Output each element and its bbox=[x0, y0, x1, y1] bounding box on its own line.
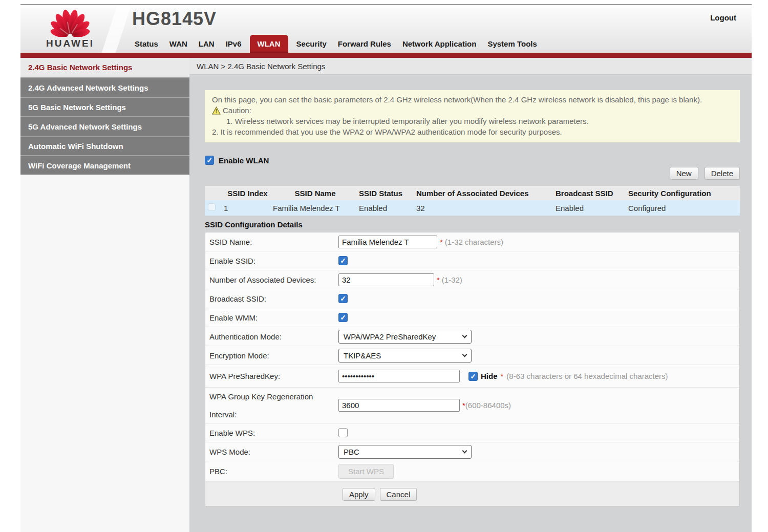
tab-ipv6[interactable]: IPv6 bbox=[220, 36, 247, 53]
wpa-psk-label: WPA PreSharedKey: bbox=[205, 372, 338, 380]
cell-ssid-name: Familia Melendez T bbox=[271, 204, 357, 212]
svg-text:!: ! bbox=[216, 109, 217, 114]
tab-wan[interactable]: WAN bbox=[164, 36, 193, 53]
cell-ssid-index: 1 bbox=[222, 204, 271, 212]
group-key-label-line1: WPA Group Key Regeneration bbox=[209, 392, 338, 401]
new-button[interactable]: New bbox=[670, 167, 698, 180]
tab-forward-rules[interactable]: Forward Rules bbox=[332, 36, 397, 53]
sidebar-item-auto-wifi-shutdown[interactable]: Automatic WiFi Shutdown bbox=[20, 136, 189, 155]
tab-lan[interactable]: LAN bbox=[193, 36, 220, 53]
cell-ssid-status: Enabled bbox=[357, 204, 415, 212]
required-star: * bbox=[437, 275, 440, 284]
wps-mode-value: PBC bbox=[344, 448, 359, 456]
broadcast-ssid-label: Broadcast SSID: bbox=[205, 294, 338, 303]
assoc-devices-label: Number of Associated Devices: bbox=[205, 275, 338, 284]
apply-button[interactable]: Apply bbox=[343, 488, 375, 501]
content-area: WLAN > 2.4G Basic Network Settings On th… bbox=[189, 58, 752, 532]
pbc-label: PBC: bbox=[205, 467, 338, 476]
router-admin-page: HUAWEI HG8145V Logout Status WAN LAN IPv… bbox=[20, 4, 752, 532]
table-row: 1 Familia Melendez T Enabled 32 Enabled … bbox=[205, 200, 740, 216]
section-title: SSID Configuration Details bbox=[205, 220, 740, 229]
auth-mode-label: Authentication Mode: bbox=[205, 332, 338, 341]
sidebar-item-wifi-coverage[interactable]: WiFi Coverage Management bbox=[20, 155, 189, 175]
required-star: * bbox=[501, 372, 504, 380]
tab-system-tools[interactable]: System Tools bbox=[482, 36, 542, 53]
cell-broadcast-ssid: Enabled bbox=[554, 204, 627, 212]
col-ssid-index: SSID Index bbox=[222, 189, 271, 198]
hide-psk-checkbox[interactable] bbox=[468, 372, 478, 381]
caution-icon: ! bbox=[212, 107, 221, 115]
sidebar: 2.4G Basic Network Settings 2.4G Advance… bbox=[20, 58, 189, 532]
sidebar-item-24g-basic[interactable]: 2.4G Basic Network Settings bbox=[20, 58, 189, 77]
col-ssid-name: SSID Name bbox=[271, 189, 357, 198]
start-wps-button[interactable]: Start WPS bbox=[338, 464, 394, 479]
col-associated-devices: Number of Associated Devices bbox=[415, 189, 554, 198]
broadcast-ssid-checkbox[interactable] bbox=[338, 294, 348, 303]
group-key-hint: (600-86400s) bbox=[465, 401, 511, 410]
ssid-table: SSID Index SSID Name SSID Status Number … bbox=[205, 186, 740, 216]
hide-psk-label: Hide bbox=[481, 372, 498, 380]
col-broadcast-ssid: Broadcast SSID bbox=[554, 189, 627, 198]
enable-wlan-label: Enable WLAN bbox=[219, 156, 269, 165]
auth-mode-value: WPA/WPA2 PreSharedKey bbox=[344, 332, 436, 341]
col-security-configuration: Security Configuration bbox=[627, 189, 740, 198]
chevron-down-icon bbox=[462, 352, 467, 357]
ssid-name-input[interactable] bbox=[338, 236, 437, 248]
chevron-down-icon bbox=[462, 449, 467, 454]
col-ssid-status: SSID Status bbox=[357, 189, 415, 198]
notice-description: On this page, you can set the basic para… bbox=[212, 94, 733, 105]
tab-wlan[interactable]: WLAN bbox=[250, 35, 288, 53]
sidebar-item-24g-advanced[interactable]: 2.4G Advanced Network Settings bbox=[20, 77, 189, 97]
huawei-wordmark: HUAWEI bbox=[37, 38, 103, 49]
wps-mode-select[interactable]: PBC bbox=[338, 445, 472, 459]
caution-label: Caution: bbox=[223, 105, 251, 116]
group-key-interval-input[interactable] bbox=[338, 399, 460, 412]
wpa-psk-input[interactable] bbox=[338, 370, 460, 382]
form-footer: Apply Cancel bbox=[205, 482, 739, 506]
enable-wps-label: Enable WPS: bbox=[205, 429, 338, 437]
tab-status[interactable]: Status bbox=[129, 36, 164, 53]
huawei-flower-icon bbox=[42, 7, 98, 37]
ssid-name-hint: (1-32 characters) bbox=[445, 238, 503, 246]
encryption-mode-value: TKIP&AES bbox=[344, 351, 381, 360]
ssid-config-form: SSID Name: * (1-32 characters) Enable SS… bbox=[205, 232, 740, 506]
tab-security[interactable]: Security bbox=[291, 36, 332, 53]
enable-wlan-checkbox[interactable] bbox=[205, 156, 214, 165]
header: HUAWEI HG8145V Logout Status WAN LAN IPv… bbox=[20, 4, 752, 53]
encryption-mode-select[interactable]: TKIP&AES bbox=[338, 349, 472, 363]
enable-wps-checkbox[interactable] bbox=[338, 428, 348, 437]
wpa-psk-hint: (8-63 characters or 64 hexadecimal chara… bbox=[506, 372, 668, 380]
caution-item-2: 2. It is recommended that you use the WP… bbox=[212, 126, 733, 137]
header-red-bar bbox=[20, 53, 752, 58]
enable-ssid-label: Enable SSID: bbox=[205, 257, 338, 265]
delete-button[interactable]: Delete bbox=[705, 167, 740, 180]
enable-wmm-checkbox[interactable] bbox=[338, 313, 348, 322]
ssid-name-label: SSID Name: bbox=[205, 238, 338, 246]
tab-network-application[interactable]: Network Application bbox=[397, 36, 482, 53]
breadcrumb: WLAN > 2.4G Basic Network Settings bbox=[189, 58, 752, 75]
encryption-mode-label: Encryption Mode: bbox=[205, 351, 338, 360]
auth-mode-select[interactable]: WPA/WPA2 PreSharedKey bbox=[338, 330, 472, 344]
cell-associated-devices: 32 bbox=[415, 204, 554, 212]
sidebar-item-5g-basic[interactable]: 5G Basic Network Settings bbox=[20, 97, 189, 116]
main-nav: Status WAN LAN IPv6 WLAN Security Forwar… bbox=[129, 35, 543, 53]
cell-security-configuration: Configured bbox=[627, 204, 740, 212]
group-key-label-line2: Interval: bbox=[209, 410, 338, 419]
ssid-table-header: SSID Index SSID Name SSID Status Number … bbox=[205, 186, 740, 200]
caution-item-1: 1. Wireless network services may be inte… bbox=[212, 116, 733, 126]
chevron-down-icon bbox=[462, 333, 467, 338]
huawei-logo: HUAWEI bbox=[37, 7, 103, 49]
wps-mode-label: WPS Mode: bbox=[205, 448, 338, 456]
sidebar-item-5g-advanced[interactable]: 5G Advanced Network Settings bbox=[20, 116, 189, 136]
assoc-devices-input[interactable] bbox=[338, 273, 434, 286]
page-title: HG8145V bbox=[132, 8, 217, 30]
enable-wmm-label: Enable WMM: bbox=[205, 313, 338, 322]
row-select-checkbox[interactable] bbox=[208, 203, 216, 211]
page-notice: On this page, you can set the basic para… bbox=[205, 90, 740, 142]
logout-link[interactable]: Logout bbox=[710, 13, 736, 22]
cancel-button[interactable]: Cancel bbox=[380, 488, 417, 501]
required-star: * bbox=[440, 238, 443, 246]
enable-ssid-checkbox[interactable] bbox=[338, 256, 348, 265]
assoc-devices-hint: (1-32) bbox=[442, 275, 462, 284]
